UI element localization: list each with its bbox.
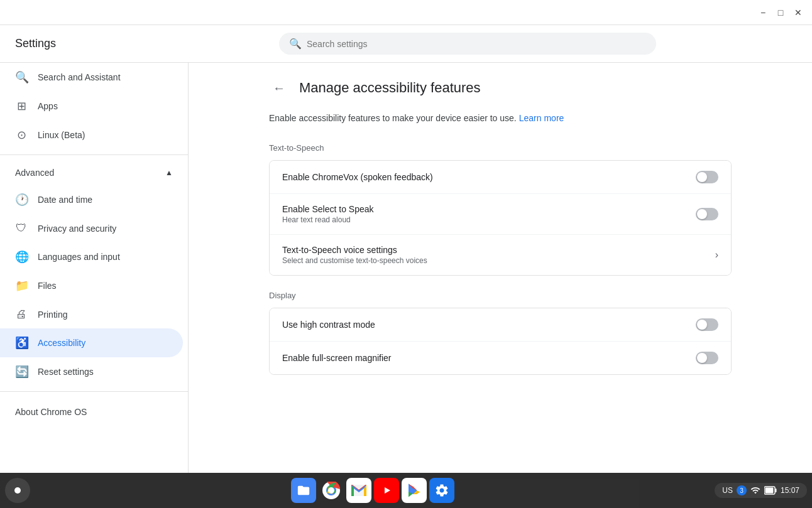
printing-icon: 🖨 [15, 308, 28, 321]
sidebar-label-date-time: Date and time [38, 195, 92, 205]
advanced-arrow-icon: ▲ [165, 168, 173, 177]
search-assistant-icon: 🔍 [15, 70, 28, 84]
battery-icon [764, 486, 777, 495]
display-settings-group: Use high contrast mode Enable full-scree… [269, 308, 732, 375]
svg-point-2 [328, 487, 334, 494]
sidebar-item-files[interactable]: 📁 Files [0, 271, 183, 300]
search-icon: 🔍 [289, 38, 302, 50]
tts-section-label: Text-to-Speech [269, 143, 732, 155]
tts-voice-settings-row[interactable]: Text-to-Speech voice settings Select and… [270, 235, 731, 275]
select-to-speak-title: Enable Select to Speak [282, 204, 686, 214]
app-title: Settings [15, 37, 128, 50]
date-time-icon: 🕐 [15, 193, 28, 207]
search-bar[interactable]: 🔍 [279, 33, 656, 55]
taskbar-app-files[interactable] [291, 478, 316, 503]
chrome-taskbar-icon [322, 482, 340, 499]
sidebar-item-linux[interactable]: ⊙ Linux (Beta) [0, 121, 183, 149]
settings-taskbar-icon [434, 483, 449, 498]
chromevox-toggle[interactable] [696, 171, 718, 183]
taskbar-app-play[interactable] [402, 478, 427, 503]
advanced-section[interactable]: Advanced ▲ [0, 160, 188, 185]
sidebar-label-accessibility: Accessibility [38, 338, 85, 348]
sidebar-item-apps[interactable]: ⊞ Apps [0, 92, 183, 121]
sidebar-label-reset: Reset settings [38, 367, 94, 377]
youtube-taskbar-icon [379, 485, 394, 496]
tts-settings-group: Enable ChromeVox (spoken feedback) Enabl… [269, 160, 732, 276]
learn-more-link[interactable]: Learn more [519, 113, 564, 123]
page-title: Manage accessibility features [299, 80, 481, 96]
description-row: Enable accessibility features to make yo… [269, 113, 732, 123]
launcher-dot [14, 487, 21, 494]
gmail-taskbar-icon [351, 485, 366, 496]
sidebar: 🔍 Search and Assistant ⊞ Apps ⊙ Linux (B… [0, 63, 189, 473]
privacy-icon: 🛡 [15, 222, 28, 235]
close-button[interactable]: ✕ [789, 4, 807, 21]
high-contrast-toggle-thumb [697, 320, 707, 330]
taskbar-app-chrome[interactable] [319, 478, 344, 503]
sidebar-label-linux: Linux (Beta) [38, 130, 85, 140]
tray-badge: 3 [737, 485, 747, 495]
chromevox-toggle-thumb [697, 172, 707, 182]
sidebar-label-printing: Printing [38, 310, 67, 320]
sidebar-label-privacy: Privacy and security [38, 224, 116, 234]
sidebar-label-apps: Apps [38, 101, 58, 111]
sidebar-item-privacy[interactable]: 🛡 Privacy and security [0, 214, 183, 242]
maximize-button[interactable]: □ [772, 4, 789, 21]
select-to-speak-sub: Hear text read aloud [282, 215, 686, 224]
taskbar: US 3 15:07 [0, 473, 812, 508]
chromevox-row: Enable ChromeVox (spoken feedback) [270, 161, 731, 194]
sidebar-item-printing[interactable]: 🖨 Printing [0, 300, 183, 328]
tts-voice-sub: Select and customise text-to-speech voic… [282, 256, 705, 265]
sidebar-item-date-time[interactable]: 🕐 Date and time [0, 185, 183, 214]
fullscreen-magnifier-row: Enable full-screen magnifier [270, 342, 731, 374]
sidebar-divider [0, 154, 188, 155]
settings-app: Settings 🔍 🔍 Search and Assistant ⊞ Apps… [0, 25, 812, 473]
files-icon: 📁 [15, 279, 28, 293]
select-to-speak-row: Enable Select to Speak Hear text read al… [270, 194, 731, 235]
search-input[interactable] [307, 39, 646, 49]
linux-icon: ⊙ [15, 128, 28, 142]
files-taskbar-icon [297, 484, 310, 497]
titlebar: − □ ✕ [0, 0, 812, 25]
advanced-label: Advanced [15, 168, 54, 178]
select-to-speak-toggle[interactable] [696, 208, 718, 220]
page-header: ← Manage accessibility features [269, 78, 732, 98]
wifi-icon [750, 485, 760, 495]
fullscreen-magnifier-toggle[interactable] [696, 352, 718, 364]
sidebar-item-accessibility[interactable]: ♿ Accessibility [0, 328, 183, 357]
tts-voice-title: Text-to-Speech voice settings [282, 245, 705, 255]
svg-rect-7 [765, 488, 773, 494]
header: Settings 🔍 [0, 25, 812, 63]
body-split: 🔍 Search and Assistant ⊞ Apps ⊙ Linux (B… [0, 63, 812, 473]
fullscreen-magnifier-toggle-thumb [697, 353, 707, 363]
fullscreen-magnifier-title: Enable full-screen magnifier [282, 353, 686, 363]
languages-icon: 🌐 [15, 250, 28, 264]
sidebar-label-files: Files [38, 281, 57, 291]
minimize-button[interactable]: − [754, 4, 772, 21]
content-area: ← Manage accessibility features Enable a… [249, 63, 752, 405]
sidebar-item-reset[interactable]: 🔄 Reset settings [0, 357, 183, 386]
sidebar-label-search-assistant: Search and Assistant [38, 72, 121, 82]
main-content: ← Manage accessibility features Enable a… [189, 63, 812, 473]
tray-time: 15:07 [781, 486, 799, 495]
sidebar-about[interactable]: About Chrome OS [0, 397, 188, 427]
taskbar-app-settings[interactable] [429, 478, 454, 503]
select-to-speak-toggle-thumb [697, 209, 707, 219]
chromevox-title: Enable ChromeVox (spoken feedback) [282, 172, 686, 182]
sidebar-divider-2 [0, 391, 188, 392]
svg-rect-6 [775, 489, 776, 492]
play-store-taskbar-icon [407, 483, 422, 498]
sidebar-item-languages[interactable]: 🌐 Languages and input [0, 242, 183, 271]
tts-voice-chevron-icon: › [715, 249, 718, 261]
system-tray[interactable]: US 3 15:07 [715, 483, 807, 498]
display-section-label: Display [269, 291, 732, 303]
high-contrast-toggle[interactable] [696, 318, 718, 331]
launcher-button[interactable] [5, 478, 30, 503]
back-button[interactable]: ← [269, 78, 289, 98]
sidebar-item-search-assistant[interactable]: 🔍 Search and Assistant [0, 63, 183, 92]
accessibility-icon: ♿ [15, 336, 28, 350]
reset-icon: 🔄 [15, 365, 28, 379]
tray-locale: US [722, 486, 733, 495]
taskbar-app-youtube[interactable] [374, 478, 399, 503]
taskbar-app-gmail[interactable] [346, 478, 371, 503]
